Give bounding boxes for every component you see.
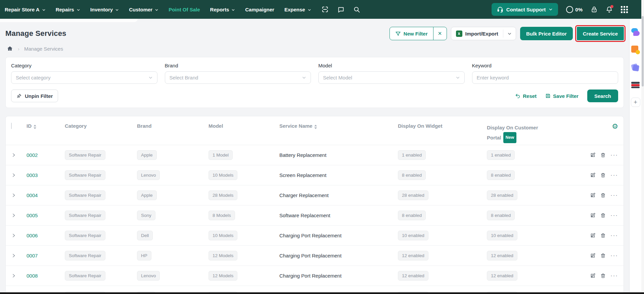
service-id-link[interactable]: 0005 (27, 213, 38, 218)
column-header-service-name[interactable]: Service Name (279, 123, 398, 129)
import-export-dropdown-button[interactable] (503, 30, 516, 38)
funnel-icon (395, 31, 401, 37)
save-filter-button[interactable]: Save Filter (545, 93, 579, 99)
add-app-button[interactable]: + (631, 98, 640, 107)
service-name: Battery Replacement (279, 152, 326, 158)
service-id-link[interactable]: 0004 (27, 192, 38, 198)
column-header-widget: Display On Widget (398, 123, 487, 129)
service-id-link[interactable]: 0002 (27, 152, 38, 158)
expand-row-chevron-icon[interactable] (11, 273, 27, 278)
row-more-actions-button[interactable]: ··· (610, 174, 618, 177)
table-row: 0008 Software Repair Lenovo 12 Models Ch… (6, 266, 624, 286)
widget-enabled-pill: 10 enabled (398, 231, 428, 240)
row-more-actions-button[interactable]: ··· (610, 154, 618, 157)
new-filter-button[interactable]: New Filter (390, 27, 433, 40)
nav-item-campaigner[interactable]: Campaigner (245, 7, 274, 12)
brand-pill: Dell (137, 231, 153, 240)
chat-icon[interactable] (337, 6, 344, 13)
purple-notes-app-icon[interactable] (631, 64, 640, 72)
edit-icon[interactable] (590, 233, 596, 238)
nav-item-reports[interactable]: Reports (210, 7, 235, 12)
filter-panel: Category Select category Brand Select Br… (5, 57, 624, 108)
widget-enabled-pill: 28 enabled (398, 190, 428, 200)
service-id-link[interactable]: 0003 (27, 172, 38, 178)
edit-icon[interactable] (590, 213, 596, 218)
storage-indicator[interactable]: 0% (566, 6, 583, 13)
stack-app-icon[interactable] (631, 82, 640, 88)
delete-icon[interactable] (600, 192, 606, 198)
expand-row-chevron-icon[interactable] (11, 233, 27, 238)
create-service-button[interactable]: Create Service (577, 27, 624, 40)
widget-enabled-pill: 8 enabled (398, 211, 426, 220)
service-id-link[interactable]: 0007 (27, 253, 38, 258)
service-id-link[interactable]: 0006 (27, 233, 38, 238)
unpin-filter-button[interactable]: Unpin Filter (11, 90, 58, 102)
scan-icon[interactable] (321, 6, 329, 13)
delete-icon[interactable] (600, 172, 606, 178)
scrollbar-thumb[interactable] (642, 16, 644, 86)
reset-button[interactable]: Reset (515, 93, 537, 99)
edit-icon[interactable] (590, 192, 596, 198)
new-filter-group: New Filter ✕ (389, 27, 447, 40)
apps-grid-icon[interactable] (621, 6, 628, 13)
model-pill: 10 Models (209, 231, 237, 240)
category-select[interactable]: Select category (11, 71, 157, 84)
expand-row-chevron-icon[interactable] (11, 193, 27, 198)
chevron-down-icon (231, 8, 235, 12)
brand-select[interactable]: Select Brand (165, 71, 311, 84)
portal-enabled-pill: 12 enabled (487, 251, 517, 260)
expand-row-chevron-icon[interactable] (11, 173, 27, 178)
model-pill: 12 Models (209, 251, 237, 260)
row-more-actions-button[interactable]: ··· (610, 214, 618, 217)
chat-bubbles-app-icon[interactable] (631, 28, 640, 36)
delete-icon[interactable] (600, 233, 606, 238)
keyword-input[interactable] (472, 71, 618, 84)
new-badge: New (503, 132, 517, 143)
lock-icon[interactable] (591, 6, 598, 13)
search-button[interactable]: Search (587, 90, 618, 102)
page-scrollbar[interactable] (641, 0, 644, 294)
delete-icon[interactable] (600, 273, 606, 279)
model-pill: 28 Models (209, 190, 237, 200)
orange-app-icon[interactable] (631, 46, 640, 54)
bulk-price-editor-button[interactable]: Bulk Price Editor (520, 27, 573, 40)
widget-enabled-pill: 8 enabled (398, 170, 426, 180)
clear-filter-button[interactable]: ✕ (433, 27, 447, 40)
search-icon[interactable] (353, 6, 360, 13)
expand-row-chevron-icon[interactable] (11, 153, 27, 158)
home-icon[interactable] (7, 46, 13, 52)
model-select[interactable]: Select Model (318, 71, 465, 84)
edit-icon[interactable] (590, 253, 596, 258)
contact-support-button[interactable]: Contact Support (492, 3, 558, 16)
row-more-actions-button[interactable]: ··· (610, 194, 618, 197)
row-more-actions-button[interactable]: ··· (610, 274, 618, 278)
brand-pill: Lenovo (137, 170, 160, 180)
expand-row-chevron-icon[interactable] (11, 213, 27, 218)
edit-icon[interactable] (590, 172, 596, 178)
model-pill: 1 Model (209, 150, 233, 160)
nav-item-inventory[interactable]: Inventory (90, 7, 119, 12)
service-id-link[interactable]: 0008 (27, 273, 38, 279)
notifications-bell-icon[interactable] (606, 6, 613, 13)
expand-row-chevron-icon[interactable] (11, 253, 27, 258)
edit-icon[interactable] (590, 273, 596, 279)
delete-icon[interactable] (600, 152, 606, 158)
row-more-actions-button[interactable]: ··· (610, 254, 618, 257)
nav-item-point-of-sale[interactable]: Point Of Sale (169, 7, 200, 12)
table-settings-gear-icon[interactable]: ⚙ (612, 123, 618, 130)
nav-item-repairs[interactable]: Repairs (56, 7, 80, 12)
edit-icon[interactable] (590, 152, 596, 158)
select-all-checkbox[interactable] (11, 123, 12, 129)
import-export-button[interactable]: x Import/Export (451, 31, 503, 37)
nav-item-expense[interactable]: Expense (284, 7, 311, 12)
delete-icon[interactable] (600, 213, 606, 218)
column-header-id[interactable]: ID (27, 123, 65, 129)
chevron-down-icon (456, 75, 460, 80)
chevron-down-icon (549, 7, 553, 11)
nav-item-repair-store-a[interactable]: Repair Store A (5, 7, 46, 12)
row-more-actions-button[interactable]: ··· (610, 234, 618, 237)
service-name: Software Replacement (279, 213, 330, 218)
chevron-down-icon (148, 75, 153, 80)
delete-icon[interactable] (600, 253, 606, 258)
nav-item-customer[interactable]: Customer (129, 7, 158, 12)
